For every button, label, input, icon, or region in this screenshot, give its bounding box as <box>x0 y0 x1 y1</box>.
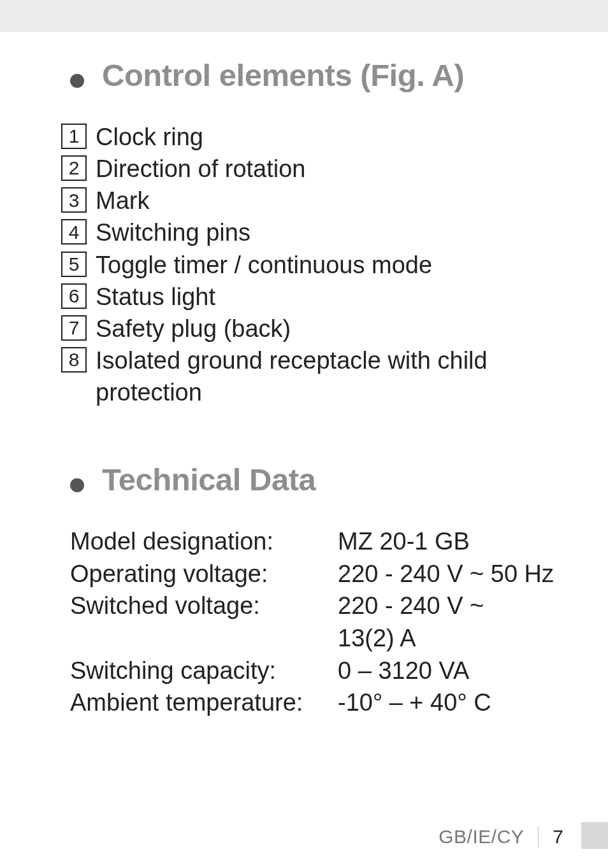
item-number-box: 2 <box>61 155 87 181</box>
spec-label: Switched voltage: <box>70 590 338 622</box>
list-item: 1 Clock ring <box>61 121 563 153</box>
technical-data-section: Technical Data Model designation: MZ 20-… <box>70 462 563 718</box>
heading-text: Control elements (Fig. A) <box>102 57 464 93</box>
item-number-box: 4 <box>61 219 87 245</box>
spec-label: Ambient temperature: <box>70 687 338 719</box>
item-number-box: 8 <box>61 347 87 373</box>
item-label: Direction of rotation <box>96 153 563 185</box>
spec-row: Switched voltage: 220 - 240 V ~ <box>70 590 563 622</box>
spec-value: -10° – + 40° C <box>338 687 563 719</box>
list-item: 8 Isolated ground receptacle with child <box>61 345 563 376</box>
footer-page-number: 7 <box>553 826 563 848</box>
heading-control-elements: Control elements (Fig. A) <box>70 57 563 93</box>
bullet-icon <box>70 478 84 492</box>
spec-row: Model designation: MZ 20-1 GB <box>70 525 563 558</box>
item-number-box: 6 <box>61 283 87 309</box>
item-label: Toggle timer / continuous mode <box>96 249 563 281</box>
list-item: 6 Status light <box>61 281 563 313</box>
specs-table: Model designation: MZ 20-1 GB Operating … <box>70 525 563 718</box>
list-item: 2 Direction of rotation <box>61 153 563 185</box>
item-label: Mark <box>96 185 563 217</box>
item-label: Switching pins <box>96 217 563 248</box>
item-number-box: 5 <box>61 252 87 277</box>
item-number-box: 3 <box>61 187 87 213</box>
spec-value: 220 - 240 V ~ 50 Hz <box>338 558 563 590</box>
item-label: Status light <box>96 281 563 313</box>
footer-separator <box>538 826 539 848</box>
spec-row: 13(2) A <box>70 622 563 655</box>
item-label: Safety plug (back) <box>96 313 563 345</box>
spec-row: Switching capacity: 0 – 3120 VA <box>70 655 563 687</box>
spec-label: Model designation: <box>70 525 338 558</box>
control-elements-list: 1 Clock ring 2 Direction of rotation 3 M… <box>61 121 563 408</box>
spec-value: 13(2) A <box>338 622 563 655</box>
page-content: Control elements (Fig. A) 1 Clock ring 2… <box>0 0 608 868</box>
spec-value: MZ 20-1 GB <box>338 525 563 558</box>
list-item: 3 Mark <box>61 185 563 217</box>
list-item: 5 Toggle timer / continuous mode <box>61 249 563 281</box>
spec-label <box>70 622 338 655</box>
spec-row: Ambient temperature: -10° – + 40° C <box>70 687 563 719</box>
page-footer: GB/IE/CY 7 <box>438 826 563 848</box>
bullet-icon <box>70 74 84 88</box>
spec-value: 220 - 240 V ~ <box>338 590 563 622</box>
item-number-box: 1 <box>61 124 87 149</box>
heading-text: Technical Data <box>102 462 315 497</box>
footer-region: GB/IE/CY <box>438 826 524 848</box>
list-item: 4 Switching pins <box>61 217 563 248</box>
spec-label: Switching capacity: <box>70 655 338 687</box>
list-item: 7 Safety plug (back) <box>61 313 563 345</box>
corner-tab <box>581 822 608 849</box>
item-label: Clock ring <box>96 121 563 153</box>
item-label-continuation: protection <box>96 376 563 408</box>
heading-technical-data: Technical Data <box>70 462 563 497</box>
spec-row: Operating voltage: 220 - 240 V ~ 50 Hz <box>70 558 563 590</box>
spec-label: Operating voltage: <box>70 558 338 590</box>
spec-value: 0 – 3120 VA <box>338 655 563 687</box>
item-number-box: 7 <box>61 315 87 341</box>
item-label: Isolated ground receptacle with child <box>96 345 563 376</box>
